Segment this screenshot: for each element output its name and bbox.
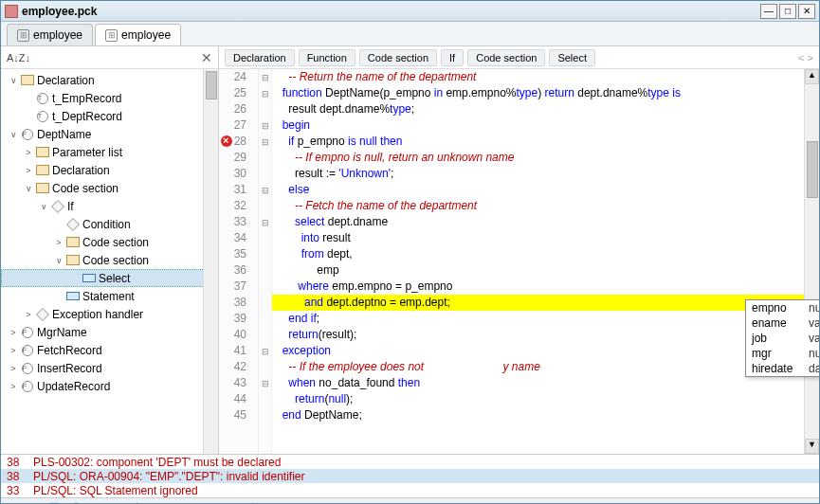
tree-twisty-icon[interactable]: ∨ xyxy=(37,202,50,211)
tree-scrollbar[interactable] xyxy=(203,69,218,454)
tree-item[interactable]: ∨Declaration xyxy=(1,71,218,89)
tree-twisty-icon[interactable]: ∨ xyxy=(7,130,20,139)
autocomplete-item[interactable]: empnonumber(4) xyxy=(746,300,819,315)
error-row[interactable]: 38PLS-00302: component 'DEPT' must be de… xyxy=(1,455,819,469)
code-line[interactable]: return(result); xyxy=(272,327,819,343)
tree-item[interactable]: >FUpdateRecord xyxy=(1,377,218,395)
file-tab[interactable]: ⊞employee xyxy=(95,24,181,45)
fold-icon[interactable] xyxy=(259,311,271,327)
tree-item[interactable]: ∨Code section xyxy=(1,179,218,197)
tree-twisty-icon[interactable]: > xyxy=(7,346,20,355)
line-number[interactable]: 45 xyxy=(219,407,258,423)
code-line[interactable]: exception xyxy=(272,343,819,359)
code-line[interactable]: and dept.deptno = emp.dept; xyxy=(272,295,819,311)
line-number[interactable]: 26 xyxy=(219,101,258,117)
fold-icon[interactable] xyxy=(259,166,271,182)
line-number[interactable]: 27 xyxy=(219,117,258,134)
tree-item[interactable]: >Declaration xyxy=(1,161,218,179)
editor-scrollbar[interactable]: ▲ ▼ xyxy=(804,69,819,454)
fold-icon[interactable] xyxy=(259,295,271,311)
tree-item[interactable]: >FInsertRecord xyxy=(1,359,218,377)
tree-twisty-icon[interactable]: > xyxy=(22,310,35,319)
close-button[interactable]: ✕ xyxy=(798,4,815,19)
code-line[interactable]: begin xyxy=(272,117,819,134)
tree-scrollbar-thumb[interactable] xyxy=(206,71,217,99)
tree-item[interactable]: Condition xyxy=(1,215,218,233)
line-number[interactable]: 43 xyxy=(219,375,258,391)
fold-icon[interactable]: ⊟ xyxy=(259,343,271,359)
autocomplete-item[interactable]: enamevarchar2(10) xyxy=(746,315,819,331)
tree-item[interactable]: Tt_DeptRecord xyxy=(1,107,218,125)
tree-item[interactable]: >Exception handler xyxy=(1,305,218,323)
tree-twisty-icon[interactable]: ∨ xyxy=(7,76,20,85)
line-number[interactable]: 31 xyxy=(219,182,258,198)
breadcrumb-item[interactable]: Select xyxy=(549,49,595,66)
breadcrumb-item[interactable]: Code section xyxy=(467,49,545,66)
line-number[interactable]: 32 xyxy=(219,198,258,214)
code-line[interactable]: if p_empno is null then xyxy=(272,134,819,150)
scroll-down-icon[interactable]: ▼ xyxy=(805,439,819,454)
minimize-button[interactable]: — xyxy=(760,4,777,19)
line-number[interactable]: 35 xyxy=(219,246,258,262)
fold-icon[interactable]: ⊟ xyxy=(259,214,271,230)
autocomplete-item[interactable]: hiredatedate xyxy=(746,361,819,376)
line-number[interactable]: 34 xyxy=(219,230,258,246)
tree-item[interactable]: Select xyxy=(1,269,218,287)
fold-icon[interactable] xyxy=(259,150,271,166)
line-number[interactable]: 36 xyxy=(219,262,258,279)
line-number[interactable]: 25 xyxy=(219,85,258,101)
tree-twisty-icon[interactable]: > xyxy=(22,166,35,175)
breadcrumb-item[interactable]: Declaration xyxy=(225,49,295,66)
code-line[interactable]: result dept.dname%type; xyxy=(272,101,819,117)
tree-twisty-icon[interactable]: > xyxy=(22,148,35,157)
fold-icon[interactable]: ⊟ xyxy=(259,375,271,391)
line-number[interactable]: 33 xyxy=(219,214,258,230)
code-line[interactable]: -- If empno is null, return an unknown n… xyxy=(272,150,819,166)
tree-item[interactable]: >Parameter list xyxy=(1,143,218,161)
tree-twisty-icon[interactable]: > xyxy=(7,382,20,391)
error-row[interactable]: 38PL/SQL: ORA-00904: "EMP"."DEPT": inval… xyxy=(1,469,819,483)
code-line[interactable]: -- If the employee does not y name xyxy=(272,359,819,375)
outline-tree[interactable]: ∨DeclarationTt_EmpRecordTt_DeptRecord∨FD… xyxy=(1,69,218,454)
tree-item[interactable]: ∨FDeptName xyxy=(1,125,218,143)
autocomplete-popup[interactable]: empnonumber(4)enamevarchar2(10)jobvarcha… xyxy=(745,299,819,377)
code-line[interactable]: end if; xyxy=(272,311,819,327)
scroll-thumb[interactable] xyxy=(807,141,818,198)
tree-item[interactable]: Tt_EmpRecord xyxy=(1,89,218,107)
tree-twisty-icon[interactable]: ∨ xyxy=(52,256,65,265)
line-number[interactable]: 42 xyxy=(219,359,258,375)
fold-icon[interactable]: ⊟ xyxy=(259,85,271,101)
tree-twisty-icon[interactable]: > xyxy=(7,364,20,373)
line-number[interactable]: 40 xyxy=(219,327,258,343)
tree-item[interactable]: ∨Code section xyxy=(1,251,218,269)
fold-icon[interactable] xyxy=(259,391,271,407)
breadcrumb-nav[interactable]: < > xyxy=(798,52,813,63)
code-line[interactable]: where emp.empno = p_empno xyxy=(272,279,819,295)
tree-item[interactable]: ∨If xyxy=(1,197,218,215)
line-number[interactable]: 44 xyxy=(219,391,258,407)
code-lines[interactable]: -- Return the name of the department fun… xyxy=(272,69,819,454)
line-number[interactable]: 30 xyxy=(219,166,258,182)
tree-twisty-icon[interactable]: > xyxy=(52,238,65,247)
fold-icon[interactable] xyxy=(259,262,271,279)
code-line[interactable]: return(null); xyxy=(272,391,819,407)
line-number[interactable]: 29 xyxy=(219,150,258,166)
code-line[interactable]: -- Return the name of the department xyxy=(272,69,819,85)
breadcrumb-item[interactable]: Code section xyxy=(359,49,437,66)
autocomplete-item[interactable]: jobvarchar2(9) xyxy=(746,331,819,346)
line-number[interactable]: 39 xyxy=(219,311,258,327)
code-line[interactable]: into result xyxy=(272,230,819,246)
code-line[interactable]: else xyxy=(272,182,819,198)
code-line[interactable]: -- Fetch the name of the department xyxy=(272,198,819,214)
tree-twisty-icon[interactable]: ∨ xyxy=(22,184,35,193)
code-line[interactable]: select dept.dname xyxy=(272,214,819,230)
tree-item[interactable]: >FFetchRecord xyxy=(1,341,218,359)
breadcrumb-item[interactable]: Function xyxy=(299,49,355,66)
fold-icon[interactable] xyxy=(259,230,271,246)
error-list[interactable]: 38PLS-00302: component 'DEPT' must be de… xyxy=(1,454,819,497)
fold-icon[interactable] xyxy=(259,327,271,343)
code-editor[interactable]: 2425262728293031323334353637383940414243… xyxy=(219,69,819,454)
error-row[interactable]: 33PL/SQL: SQL Statement ignored xyxy=(1,483,819,497)
tree-twisty-icon[interactable]: > xyxy=(7,328,20,337)
tree-item[interactable]: Statement xyxy=(1,287,218,305)
